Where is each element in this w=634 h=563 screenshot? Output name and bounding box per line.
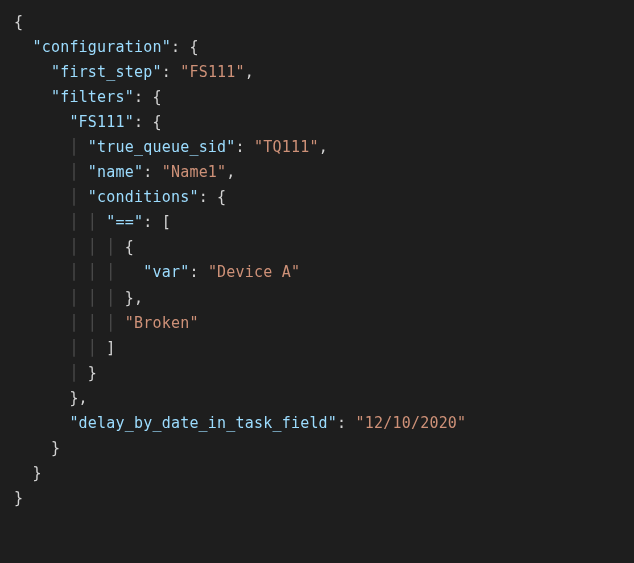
brace-close-conditions: } [88,364,97,382]
brace-close-configuration: } [32,464,41,482]
val-name: "Name1" [162,163,227,181]
val-broken: "Broken" [125,314,199,332]
val-var: "Device A" [208,263,300,281]
code-block: { "configuration": { "first_step": "FS11… [14,10,620,511]
key-true-queue-sid: "true_queue_sid" [88,138,236,156]
key-configuration: "configuration" [32,38,170,56]
val-first-step: "FS111" [180,63,245,81]
brace-close-filters: } [51,439,60,457]
key-var: "var" [143,263,189,281]
key-first-step: "first_step" [51,63,162,81]
key-fs111: "FS111" [69,113,134,131]
brace-open-inner: { [125,238,134,256]
bracket-close: ] [106,339,115,357]
key-delay: "delay_by_date_in_task_field" [69,414,337,432]
brace-close-root: } [14,489,23,507]
key-conditions: "conditions" [88,188,199,206]
key-filters: "filters" [51,88,134,106]
key-eq: "==" [106,213,143,231]
val-delay: "12/10/2020" [356,414,467,432]
val-true-queue-sid: "TQ111" [254,138,319,156]
key-name: "name" [88,163,143,181]
brace-close-fs111: }, [69,389,87,407]
brace-close-inner: }, [125,289,143,307]
brace-open: { [14,13,23,31]
